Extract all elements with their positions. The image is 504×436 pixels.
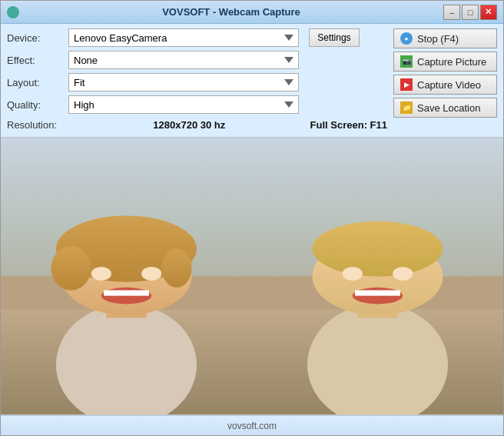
quality-row: Quality: High Medium Low bbox=[7, 95, 387, 114]
fullscreen-label: Full Screen: F11 bbox=[310, 119, 387, 131]
effect-row: Effect: None bbox=[7, 51, 387, 69]
webcam-preview bbox=[1, 138, 503, 415]
footer: vovsoft.com bbox=[1, 415, 503, 435]
footer-text: vovsoft.com bbox=[227, 421, 277, 431]
minimize-button[interactable]: – bbox=[443, 5, 460, 20]
svg-point-10 bbox=[141, 267, 161, 281]
device-label: Device: bbox=[7, 32, 68, 44]
svg-point-11 bbox=[101, 288, 151, 305]
resolution-label: Resolution: bbox=[7, 119, 68, 131]
scene-svg bbox=[1, 138, 503, 414]
settings-button[interactable]: Settings bbox=[309, 28, 359, 47]
save-location-button[interactable]: 📁 Save Location bbox=[393, 98, 497, 118]
camera-scene bbox=[1, 138, 503, 414]
main-window: VOVSOFT - Webcam Capture – □ ✕ Device: L… bbox=[0, 0, 504, 436]
left-controls: Device: Lenovo EasyCamera Settings Effec… bbox=[7, 28, 387, 132]
app-icon bbox=[7, 6, 19, 18]
capture-picture-label: Capture Picture bbox=[417, 56, 486, 68]
svg-point-18 bbox=[393, 267, 413, 281]
video-icon: ▶ bbox=[400, 78, 413, 91]
layout-label: Layout: bbox=[7, 77, 68, 88]
device-row: Device: Lenovo EasyCamera Settings bbox=[7, 28, 387, 47]
svg-point-9 bbox=[91, 267, 111, 281]
svg-rect-20 bbox=[355, 290, 400, 295]
resolution-value: 1280x720 30 hz bbox=[153, 119, 225, 131]
window-controls: – □ ✕ bbox=[443, 5, 497, 20]
stop-label: Stop (F4) bbox=[417, 33, 459, 45]
resolution-row: Resolution: 1280x720 30 hz Full Screen: … bbox=[7, 118, 387, 132]
stop-button[interactable]: ● Stop (F4) bbox=[393, 28, 497, 48]
quality-select[interactable]: High Medium Low bbox=[68, 95, 299, 114]
camera-icon: 📷 bbox=[400, 55, 413, 68]
layout-select[interactable]: Fit bbox=[68, 73, 299, 92]
device-select[interactable]: Lenovo EasyCamera bbox=[68, 28, 299, 47]
svg-point-19 bbox=[353, 288, 403, 305]
svg-point-17 bbox=[343, 267, 363, 281]
capture-video-label: Capture Video bbox=[417, 79, 481, 91]
close-button[interactable]: ✕ bbox=[480, 5, 497, 20]
controls-area: Device: Lenovo EasyCamera Settings Effec… bbox=[1, 24, 503, 138]
stop-icon: ● bbox=[400, 32, 413, 45]
controls-wrapper: Device: Lenovo EasyCamera Settings Effec… bbox=[7, 28, 497, 132]
maximize-button[interactable]: □ bbox=[462, 5, 479, 20]
right-buttons: ● Stop (F4) 📷 Capture Picture ▶ Capture … bbox=[393, 28, 497, 132]
quality-label: Quality: bbox=[7, 99, 68, 111]
svg-point-7 bbox=[51, 246, 91, 290]
svg-rect-12 bbox=[104, 290, 149, 295]
save-location-label: Save Location bbox=[417, 102, 480, 114]
effect-label: Effect: bbox=[7, 55, 68, 66]
capture-picture-button[interactable]: 📷 Capture Picture bbox=[393, 52, 497, 72]
capture-video-button[interactable]: ▶ Capture Video bbox=[393, 75, 497, 95]
effect-select[interactable]: None bbox=[68, 51, 299, 69]
title-bar: VOVSOFT - Webcam Capture – □ ✕ bbox=[1, 1, 503, 24]
window-title: VOVSOFT - Webcam Capture bbox=[162, 6, 300, 18]
svg-point-8 bbox=[161, 249, 191, 288]
svg-point-16 bbox=[312, 221, 443, 277]
layout-row: Layout: Fit bbox=[7, 73, 387, 92]
folder-icon: 📁 bbox=[400, 102, 413, 114]
